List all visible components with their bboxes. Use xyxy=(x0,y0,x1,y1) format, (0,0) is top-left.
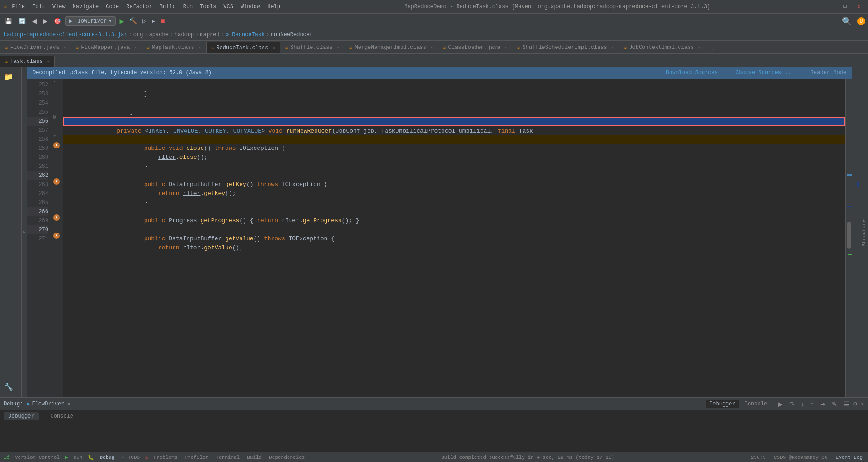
debug-expand-icon[interactable]: ✕ xyxy=(861,400,864,408)
debug-tab-debugger-content[interactable]: Debugger xyxy=(4,412,39,420)
debug-run-to-cursor-button[interactable]: ⇥ xyxy=(818,400,827,409)
panel-expand-button[interactable]: ▶ xyxy=(22,67,27,397)
profile-button[interactable]: ▸ xyxy=(150,16,157,26)
tab-reducetask[interactable]: ☕ ReduceTask.class ✕ xyxy=(206,42,280,54)
tab-close-maptask[interactable]: ✕ xyxy=(198,45,201,50)
menu-vcs[interactable]: VCS xyxy=(220,3,236,11)
scroll-thumb[interactable] xyxy=(847,222,851,249)
tab-shuffle[interactable]: ☕ Shuffle.class ✕ xyxy=(280,41,344,53)
fold-icon-257[interactable]: ▾ xyxy=(53,133,56,138)
tab-flowdriver[interactable]: ☕ FlowDriver.java ✕ xyxy=(0,41,71,53)
debug-step-out-button[interactable]: ↑ xyxy=(809,400,816,409)
run-button[interactable]: ▶ xyxy=(118,16,126,27)
sidebar-structure-icon[interactable]: 🔧 xyxy=(2,381,14,393)
tab-task-class[interactable]: ☕ Task.class ✕ xyxy=(0,56,55,67)
fold-266[interactable]: ▾ xyxy=(57,214,60,220)
run-config-selector[interactable]: ▶ FlowDriver ▾ xyxy=(65,16,116,26)
breadcrumb-apache[interactable]: apache xyxy=(149,32,169,38)
menu-code[interactable]: Code xyxy=(103,3,122,11)
more-tabs-button[interactable]: ⋮ xyxy=(706,46,719,53)
menu-window[interactable]: Window xyxy=(237,3,263,11)
tab-flowmapper[interactable]: ☕ FlowMapper.java ✕ xyxy=(71,41,142,53)
debug-settings-icon[interactable]: ⚙ xyxy=(853,400,857,408)
toolbar-sync-button[interactable]: 🔄 xyxy=(16,16,28,26)
user-avatar[interactable]: U xyxy=(857,17,865,25)
tab-classloader[interactable]: ☕ ClassLoader.java ✕ xyxy=(438,41,512,53)
structure-label[interactable]: Structure xyxy=(861,218,867,248)
build-button-status[interactable]: Build xyxy=(245,455,264,460)
debug-step-into-button[interactable]: ↓ xyxy=(799,400,806,409)
tab-close-flowdriver[interactable]: ✕ xyxy=(63,45,66,50)
debug-tab-debugger[interactable]: Debugger xyxy=(706,400,739,408)
tab-close-shufflescheduler[interactable]: ✕ xyxy=(611,45,614,50)
fold-258[interactable]: ▾ xyxy=(57,142,60,148)
reader-mode-button[interactable]: Reader Mode xyxy=(811,70,846,76)
debug-frames-button[interactable]: ☰ xyxy=(842,400,851,409)
breadcrumb-hadoop[interactable]: hadoop xyxy=(175,32,194,38)
tab-close-reducetask[interactable]: ✕ xyxy=(273,45,275,51)
menu-build[interactable]: Build xyxy=(156,3,179,11)
tab-close-mergemanager[interactable]: ✕ xyxy=(430,45,433,50)
menu-file[interactable]: File xyxy=(9,3,28,11)
event-log-button[interactable]: Event Log xyxy=(834,455,864,460)
menu-refactor[interactable]: Refactor xyxy=(123,3,156,11)
debug-resume-button[interactable]: ▶ xyxy=(776,400,785,409)
tab-shufflescheduler[interactable]: ☕ ShuffleSchedulerImpl.class ✕ xyxy=(512,41,619,53)
win-close-button[interactable]: ✕ xyxy=(854,2,864,11)
debug-tab-console-content[interactable]: Console xyxy=(46,412,78,420)
coverage-button[interactable]: ▷ xyxy=(141,16,148,26)
debug-evaluate-button[interactable]: ✎ xyxy=(830,400,839,409)
toolbar-target-button[interactable]: 🎯 xyxy=(52,16,63,26)
structure-panel[interactable]: Structure xyxy=(859,67,868,397)
fold-262[interactable]: ▾ xyxy=(57,178,60,184)
menu-navigate[interactable]: Navigate xyxy=(70,3,102,11)
menu-edit[interactable]: Edit xyxy=(29,3,48,11)
win-minimize-button[interactable]: ─ xyxy=(826,2,836,11)
terminal-button-status[interactable]: Terminal xyxy=(214,455,241,460)
tab-jobcontext[interactable]: ☕ JobContextImpl.class ✕ xyxy=(619,41,706,53)
choose-sources-link[interactable]: Choose Sources... xyxy=(736,70,791,76)
tab-close-flowmapper[interactable]: ✕ xyxy=(134,45,137,50)
problems-button-status[interactable]: Problems xyxy=(152,455,179,460)
sidebar-project-icon[interactable]: 📁 xyxy=(2,71,14,83)
cursor-position[interactable]: 256:5 xyxy=(749,455,768,460)
dependencies-button-status[interactable]: Dependencies xyxy=(267,455,307,460)
debug-step-over-button[interactable]: ↷ xyxy=(788,400,797,409)
build-button[interactable]: 🔨 xyxy=(127,16,139,26)
profiler-button-status[interactable]: Profiler xyxy=(183,455,211,460)
tab-mergemanager[interactable]: ☕ MergeManagerImpl.class ✕ xyxy=(344,41,438,53)
fold-icon-252[interactable]: ▾ xyxy=(53,79,56,84)
toolbar-forward-button[interactable]: ▶ xyxy=(41,16,50,26)
right-scrollbar[interactable] xyxy=(845,79,852,397)
todo-button-status[interactable]: ✓ TODO xyxy=(120,454,142,460)
tab-close-classloader[interactable]: ✕ xyxy=(505,45,507,50)
menu-view[interactable]: View xyxy=(49,3,69,11)
tab-close-shuffle[interactable]: ✕ xyxy=(337,45,340,50)
debug-tab-console[interactable]: Console xyxy=(741,400,771,408)
encoding-info[interactable]: CSDN_@Redamancy_06 xyxy=(772,455,830,460)
search-button[interactable]: 🔍 xyxy=(838,15,855,27)
tab-maptask[interactable]: ☕ MapTask.class ✕ xyxy=(142,41,206,53)
menu-help[interactable]: Help xyxy=(264,3,283,11)
breadcrumb-reducetask[interactable]: ⚙ ReduceTask xyxy=(226,31,264,38)
win-maximize-button[interactable]: □ xyxy=(840,2,850,11)
toolbar-back-button[interactable]: ◀ xyxy=(30,16,39,26)
debug-button-status[interactable]: Debug xyxy=(98,455,116,460)
download-sources-link[interactable]: Download Sources xyxy=(666,70,718,76)
version-control-button[interactable]: Version Control xyxy=(13,455,61,460)
breadcrumb-mapred[interactable]: mapred xyxy=(200,32,220,38)
breadcrumb-jar[interactable]: hadoop-mapreduce-client-core-3.1.3.jar xyxy=(4,32,127,38)
tab-close-jobcontext[interactable]: ✕ xyxy=(698,45,701,50)
debug-close-icon[interactable]: ✕ xyxy=(67,400,70,407)
bookmarks-sidebar[interactable] xyxy=(16,67,22,397)
breadcrumb-runnewreducer[interactable]: runNewReducer xyxy=(271,32,313,38)
debug-status-icon: 🐛 xyxy=(88,454,94,460)
breadcrumb-org[interactable]: org xyxy=(133,32,143,38)
toolbar-save-button[interactable]: 💾 xyxy=(3,16,14,26)
menu-run[interactable]: Run xyxy=(180,3,196,11)
menu-tools[interactable]: Tools xyxy=(197,3,219,11)
run-button-status[interactable]: Run xyxy=(72,455,85,460)
fold-270[interactable]: ▾ xyxy=(57,233,60,238)
tab-close-task[interactable]: ✕ xyxy=(47,59,50,64)
stop-button[interactable]: ■ xyxy=(159,17,166,26)
